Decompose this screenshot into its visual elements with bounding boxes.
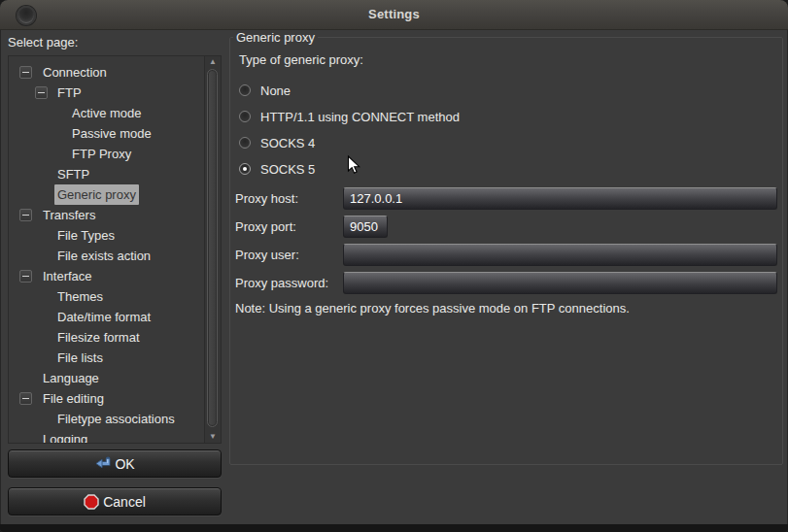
tree-item-filetype-associations[interactable]: Filetype associations xyxy=(9,409,205,429)
tree-item-label: File Types xyxy=(54,225,118,246)
collapse-minus-icon[interactable] xyxy=(19,270,32,283)
tree-item-filesize-format[interactable]: Filesize format xyxy=(9,327,205,348)
tree-item-label: Date/time format xyxy=(54,307,154,327)
tree-item-interface[interactable]: Interface xyxy=(9,266,205,286)
tree-item-label: File lists xyxy=(54,348,106,368)
tree-item-transfers[interactable]: Transfers xyxy=(9,205,205,225)
cancel-button-label: Cancel xyxy=(103,494,146,510)
collapse-minus-icon[interactable] xyxy=(19,392,32,405)
tree-item-file-exists-action[interactable]: File exists action xyxy=(9,246,205,266)
stop-sign-icon xyxy=(84,494,99,510)
tree-item-label: Filesize format xyxy=(54,327,143,348)
tree-item-label: Themes xyxy=(54,286,106,307)
collapse-minus-icon[interactable] xyxy=(35,86,48,99)
tree-item-label: Interface xyxy=(40,266,95,286)
tree-item-ftp[interactable]: FTP xyxy=(9,83,205,103)
radio-label: HTTP/1.1 using CONNECT method xyxy=(260,110,460,124)
tree-items: ConnectionFTPActive modePassive modeFTP … xyxy=(9,62,205,444)
radio-http-1-1-using-connect-method[interactable]: HTTP/1.1 using CONNECT method xyxy=(239,109,460,124)
settings-dialog: Settings Select page: ConnectionFTPActiv… xyxy=(0,0,788,532)
radio-selected-icon[interactable] xyxy=(239,163,251,175)
tree-item-file-lists[interactable]: File lists xyxy=(9,348,205,368)
ok-button[interactable]: OK xyxy=(8,449,222,478)
scrollbar-thumb[interactable] xyxy=(207,69,218,427)
titlebar: Settings xyxy=(0,0,788,30)
tree-item-sftp[interactable]: SFTP xyxy=(9,164,205,184)
settings-page-tree: ConnectionFTPActive modePassive modeFTP … xyxy=(8,55,222,444)
tree-item-label: FTP Proxy xyxy=(69,144,134,164)
radio-icon[interactable] xyxy=(239,137,251,149)
tree-item-ftp-proxy[interactable]: FTP Proxy xyxy=(9,144,205,164)
tree-item-logging[interactable]: Logging xyxy=(9,429,205,444)
tree-item-date-time-format[interactable]: Date/time format xyxy=(9,307,205,327)
proxy-note: Note: Using a generic proxy forces passi… xyxy=(235,301,630,316)
tree-item-label: File editing xyxy=(40,388,107,409)
tree-item-label: Logging xyxy=(40,429,90,444)
proxy-user-label: Proxy user: xyxy=(235,248,299,262)
tree-item-label: Generic proxy xyxy=(54,184,139,205)
tree-item-file-editing[interactable]: File editing xyxy=(9,388,205,409)
radio-icon[interactable] xyxy=(239,84,251,96)
proxy-port-input[interactable] xyxy=(343,216,388,238)
cancel-button[interactable]: Cancel xyxy=(8,487,222,515)
radio-icon[interactable] xyxy=(239,111,251,122)
tree-item-passive-mode[interactable]: Passive mode xyxy=(9,123,205,144)
tree-item-label: Passive mode xyxy=(69,123,154,144)
enter-arrow-icon xyxy=(94,456,111,471)
tree-item-label: Transfers xyxy=(40,205,98,225)
select-page-label: Select page: xyxy=(8,35,78,50)
tree-scrollbar[interactable]: ▲ ▼ xyxy=(204,56,221,443)
tree-item-active-mode[interactable]: Active mode xyxy=(9,103,205,123)
collapse-minus-icon[interactable] xyxy=(19,209,32,221)
type-of-proxy-label: Type of generic proxy: xyxy=(239,52,363,67)
window-title: Settings xyxy=(0,7,788,21)
window-bottom-edge xyxy=(0,524,788,532)
tree-item-file-types[interactable]: File Types xyxy=(9,225,205,246)
proxy-port-label: Proxy port: xyxy=(235,219,296,234)
proxy-password-input[interactable] xyxy=(343,272,777,294)
tree-item-label: Connection xyxy=(40,62,110,83)
radio-socks-5[interactable]: SOCKS 5 xyxy=(239,161,315,177)
proxy-password-label: Proxy password: xyxy=(235,276,328,290)
collapse-minus-icon[interactable] xyxy=(19,66,32,79)
tree-item-connection[interactable]: Connection xyxy=(9,62,205,83)
proxy-host-input[interactable] xyxy=(343,187,777,210)
tree-item-label: Filetype associations xyxy=(54,409,178,429)
radio-none[interactable]: None xyxy=(239,83,291,98)
group-title: Generic proxy xyxy=(233,30,318,45)
scroll-up-icon[interactable]: ▲ xyxy=(205,56,221,68)
radio-label: SOCKS 5 xyxy=(260,162,315,177)
proxy-host-label: Proxy host: xyxy=(235,191,298,206)
tree-item-language[interactable]: Language xyxy=(9,368,205,388)
tree-item-label: Language xyxy=(40,368,102,388)
tree-item-generic-proxy[interactable]: Generic proxy xyxy=(9,184,205,205)
ok-button-label: OK xyxy=(115,456,134,472)
tree-item-label: File exists action xyxy=(54,246,154,266)
generic-proxy-group: Generic proxy Type of generic proxy: Non… xyxy=(229,30,783,465)
radio-socks-4[interactable]: SOCKS 4 xyxy=(239,135,315,150)
scroll-down-icon[interactable]: ▼ xyxy=(205,431,221,443)
proxy-user-input[interactable] xyxy=(343,244,777,266)
tree-item-label: SFTP xyxy=(54,164,92,184)
tree-item-themes[interactable]: Themes xyxy=(9,286,205,307)
radio-label: None xyxy=(260,83,291,98)
tree-item-label: Active mode xyxy=(69,103,145,123)
tree-item-label: FTP xyxy=(54,83,85,103)
radio-label: SOCKS 4 xyxy=(260,136,315,150)
